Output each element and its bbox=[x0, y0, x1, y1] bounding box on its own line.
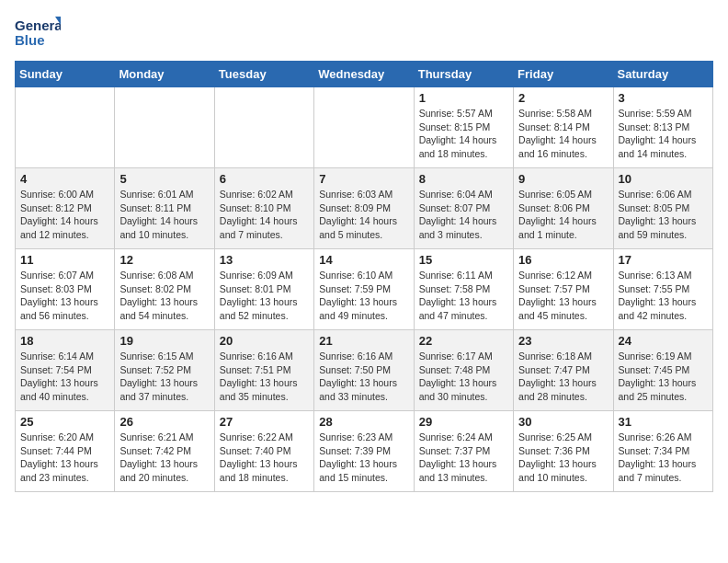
day-number: 16 bbox=[518, 253, 608, 267]
day-info: Sunrise: 6:26 AM Sunset: 7:34 PM Dayligh… bbox=[619, 431, 708, 485]
day-info: Sunrise: 6:14 AM Sunset: 7:54 PM Dayligh… bbox=[20, 350, 109, 404]
calendar-cell: 8Sunrise: 6:04 AM Sunset: 8:07 PM Daylig… bbox=[414, 168, 513, 249]
day-number: 15 bbox=[419, 253, 508, 267]
calendar-cell: 27Sunrise: 6:22 AM Sunset: 7:40 PM Dayli… bbox=[214, 411, 313, 492]
day-number: 14 bbox=[319, 253, 408, 267]
day-number: 27 bbox=[220, 415, 309, 429]
day-info: Sunrise: 6:12 AM Sunset: 7:57 PM Dayligh… bbox=[518, 269, 608, 323]
day-info: Sunrise: 6:16 AM Sunset: 7:50 PM Dayligh… bbox=[319, 350, 408, 404]
svg-text:General: General bbox=[15, 17, 61, 33]
calendar-cell: 18Sunrise: 6:14 AM Sunset: 7:54 PM Dayli… bbox=[16, 330, 115, 411]
day-info: Sunrise: 6:10 AM Sunset: 7:59 PM Dayligh… bbox=[319, 269, 408, 323]
weekday-header-friday: Friday bbox=[514, 62, 613, 87]
day-info: Sunrise: 6:03 AM Sunset: 8:09 PM Dayligh… bbox=[319, 188, 408, 242]
weekday-row: SundayMondayTuesdayWednesdayThursdayFrid… bbox=[16, 62, 713, 87]
day-info: Sunrise: 6:21 AM Sunset: 7:42 PM Dayligh… bbox=[119, 431, 209, 485]
day-info: Sunrise: 6:01 AM Sunset: 8:11 PM Dayligh… bbox=[119, 188, 209, 242]
day-number: 30 bbox=[518, 415, 608, 429]
day-info: Sunrise: 6:15 AM Sunset: 7:52 PM Dayligh… bbox=[119, 350, 209, 404]
calendar-cell: 3Sunrise: 5:59 AM Sunset: 8:13 PM Daylig… bbox=[613, 87, 712, 168]
calendar-cell: 10Sunrise: 6:06 AM Sunset: 8:05 PM Dayli… bbox=[613, 168, 712, 249]
day-number: 24 bbox=[619, 334, 708, 348]
day-info: Sunrise: 6:11 AM Sunset: 7:58 PM Dayligh… bbox=[419, 269, 508, 323]
day-number: 2 bbox=[518, 91, 608, 105]
day-info: Sunrise: 6:13 AM Sunset: 7:55 PM Dayligh… bbox=[619, 269, 708, 323]
day-number: 9 bbox=[518, 172, 608, 186]
calendar-body: 1Sunrise: 5:57 AM Sunset: 8:15 PM Daylig… bbox=[16, 87, 713, 492]
calendar-cell: 5Sunrise: 6:01 AM Sunset: 8:11 PM Daylig… bbox=[115, 168, 214, 249]
calendar-week-1: 1Sunrise: 5:57 AM Sunset: 8:15 PM Daylig… bbox=[16, 87, 713, 168]
day-number: 1 bbox=[419, 91, 508, 105]
calendar-week-2: 4Sunrise: 6:00 AM Sunset: 8:12 PM Daylig… bbox=[16, 168, 713, 249]
calendar-cell: 31Sunrise: 6:26 AM Sunset: 7:34 PM Dayli… bbox=[613, 411, 712, 492]
calendar-cell: 12Sunrise: 6:08 AM Sunset: 8:02 PM Dayli… bbox=[115, 249, 214, 330]
day-number: 31 bbox=[619, 415, 708, 429]
day-number: 12 bbox=[119, 253, 209, 267]
calendar-table: SundayMondayTuesdayWednesdayThursdayFrid… bbox=[15, 61, 713, 492]
calendar-cell: 7Sunrise: 6:03 AM Sunset: 8:09 PM Daylig… bbox=[314, 168, 414, 249]
calendar-cell: 14Sunrise: 6:10 AM Sunset: 7:59 PM Dayli… bbox=[314, 249, 414, 330]
day-number: 4 bbox=[20, 172, 109, 186]
day-number: 26 bbox=[119, 415, 209, 429]
day-number: 10 bbox=[619, 172, 708, 186]
calendar-cell: 2Sunrise: 5:58 AM Sunset: 8:14 PM Daylig… bbox=[514, 87, 613, 168]
day-number: 3 bbox=[619, 91, 708, 105]
calendar-cell: 29Sunrise: 6:24 AM Sunset: 7:37 PM Dayli… bbox=[414, 411, 513, 492]
weekday-header-monday: Monday bbox=[115, 62, 214, 87]
day-number: 18 bbox=[20, 334, 109, 348]
calendar-cell: 23Sunrise: 6:18 AM Sunset: 7:47 PM Dayli… bbox=[514, 330, 613, 411]
day-number: 5 bbox=[119, 172, 209, 186]
weekday-header-wednesday: Wednesday bbox=[314, 62, 414, 87]
day-info: Sunrise: 5:59 AM Sunset: 8:13 PM Dayligh… bbox=[619, 107, 708, 161]
day-number: 28 bbox=[319, 415, 408, 429]
day-info: Sunrise: 6:18 AM Sunset: 7:47 PM Dayligh… bbox=[518, 350, 608, 404]
calendar-cell: 15Sunrise: 6:11 AM Sunset: 7:58 PM Dayli… bbox=[414, 249, 513, 330]
calendar-cell bbox=[16, 87, 115, 168]
day-info: Sunrise: 6:22 AM Sunset: 7:40 PM Dayligh… bbox=[220, 431, 309, 485]
day-number: 19 bbox=[119, 334, 209, 348]
day-info: Sunrise: 6:24 AM Sunset: 7:37 PM Dayligh… bbox=[419, 431, 508, 485]
day-info: Sunrise: 6:20 AM Sunset: 7:44 PM Dayligh… bbox=[20, 431, 109, 485]
calendar-cell: 25Sunrise: 6:20 AM Sunset: 7:44 PM Dayli… bbox=[16, 411, 115, 492]
day-info: Sunrise: 6:17 AM Sunset: 7:48 PM Dayligh… bbox=[419, 350, 508, 404]
weekday-header-tuesday: Tuesday bbox=[214, 62, 313, 87]
calendar-cell: 11Sunrise: 6:07 AM Sunset: 8:03 PM Dayli… bbox=[16, 249, 115, 330]
day-number: 25 bbox=[20, 415, 109, 429]
calendar-week-4: 18Sunrise: 6:14 AM Sunset: 7:54 PM Dayli… bbox=[16, 330, 713, 411]
day-number: 8 bbox=[419, 172, 508, 186]
day-info: Sunrise: 6:23 AM Sunset: 7:39 PM Dayligh… bbox=[319, 431, 408, 485]
day-info: Sunrise: 6:09 AM Sunset: 8:01 PM Dayligh… bbox=[220, 269, 309, 323]
calendar-cell: 13Sunrise: 6:09 AM Sunset: 8:01 PM Dayli… bbox=[214, 249, 313, 330]
day-info: Sunrise: 6:00 AM Sunset: 8:12 PM Dayligh… bbox=[20, 188, 109, 242]
day-info: Sunrise: 6:19 AM Sunset: 7:45 PM Dayligh… bbox=[619, 350, 708, 404]
calendar-header: SundayMondayTuesdayWednesdayThursdayFrid… bbox=[16, 62, 713, 87]
weekday-header-saturday: Saturday bbox=[613, 62, 712, 87]
calendar-cell: 30Sunrise: 6:25 AM Sunset: 7:36 PM Dayli… bbox=[514, 411, 613, 492]
calendar-cell: 26Sunrise: 6:21 AM Sunset: 7:42 PM Dayli… bbox=[115, 411, 214, 492]
day-number: 6 bbox=[220, 172, 309, 186]
logo-bird-icon: General Blue bbox=[15, 15, 61, 52]
day-info: Sunrise: 6:16 AM Sunset: 7:51 PM Dayligh… bbox=[220, 350, 309, 404]
calendar-cell: 22Sunrise: 6:17 AM Sunset: 7:48 PM Dayli… bbox=[414, 330, 513, 411]
calendar-cell: 6Sunrise: 6:02 AM Sunset: 8:10 PM Daylig… bbox=[214, 168, 313, 249]
calendar-cell: 1Sunrise: 5:57 AM Sunset: 8:15 PM Daylig… bbox=[414, 87, 513, 168]
day-number: 11 bbox=[20, 253, 109, 267]
day-info: Sunrise: 6:25 AM Sunset: 7:36 PM Dayligh… bbox=[518, 431, 608, 485]
calendar-cell: 28Sunrise: 6:23 AM Sunset: 7:39 PM Dayli… bbox=[314, 411, 414, 492]
calendar-cell: 20Sunrise: 6:16 AM Sunset: 7:51 PM Dayli… bbox=[214, 330, 313, 411]
day-number: 7 bbox=[319, 172, 408, 186]
calendar-cell bbox=[214, 87, 313, 168]
page-header: General Blue bbox=[15, 15, 713, 52]
day-number: 29 bbox=[419, 415, 508, 429]
day-number: 21 bbox=[319, 334, 408, 348]
calendar-cell: 21Sunrise: 6:16 AM Sunset: 7:50 PM Dayli… bbox=[314, 330, 414, 411]
day-info: Sunrise: 6:04 AM Sunset: 8:07 PM Dayligh… bbox=[419, 188, 508, 242]
calendar-cell: 19Sunrise: 6:15 AM Sunset: 7:52 PM Dayli… bbox=[115, 330, 214, 411]
day-number: 22 bbox=[419, 334, 508, 348]
calendar-cell: 24Sunrise: 6:19 AM Sunset: 7:45 PM Dayli… bbox=[613, 330, 712, 411]
day-number: 20 bbox=[220, 334, 309, 348]
day-info: Sunrise: 6:02 AM Sunset: 8:10 PM Dayligh… bbox=[220, 188, 309, 242]
day-info: Sunrise: 6:05 AM Sunset: 8:06 PM Dayligh… bbox=[518, 188, 608, 242]
weekday-header-sunday: Sunday bbox=[16, 62, 115, 87]
day-number: 23 bbox=[518, 334, 608, 348]
